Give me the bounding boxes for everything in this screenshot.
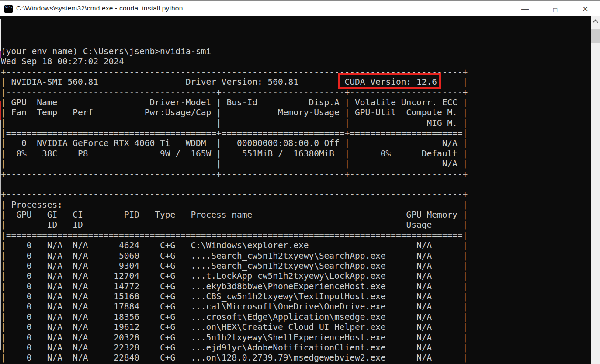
left-edge-artifact-gray: [0, 120, 1, 350]
minimize-icon: —: [521, 5, 529, 14]
title-bar: C:\. C:\Windows\system32\cmd.exe - conda…: [0, 0, 600, 16]
close-button[interactable]: ×: [575, 2, 596, 17]
window-title: C:\Windows\system32\cmd.exe - conda inst…: [16, 4, 183, 12]
cmd-icon: C:\.: [4, 5, 13, 13]
close-icon: ×: [583, 3, 588, 15]
left-edge-artifact-white: [0, 19, 1, 54]
left-edge-artifact-magenta: [0, 51, 1, 58]
maximize-button[interactable]: □: [545, 2, 565, 17]
scroll-up-button[interactable]: [591, 16, 600, 27]
cmd-icon-glyph: C:\.: [5, 5, 13, 9]
minimize-button[interactable]: —: [515, 2, 535, 17]
cmd-window: C:\. C:\Windows\system32\cmd.exe - conda…: [0, 0, 600, 364]
scrollbar-thumb[interactable]: [591, 29, 600, 43]
chevron-up-icon: [593, 19, 598, 25]
scrollbar[interactable]: [591, 16, 600, 364]
console-output-area[interactable]: (your_env_name) C:\Users\jsenb>nvidia-sm…: [0, 16, 591, 364]
terminal-text: (your_env_name) C:\Users\jsenb>nvidia-sm…: [1, 46, 468, 364]
cuda-version-highlight: [338, 73, 441, 89]
maximize-icon: □: [553, 6, 557, 14]
left-edge-artifact-red: [0, 101, 1, 120]
